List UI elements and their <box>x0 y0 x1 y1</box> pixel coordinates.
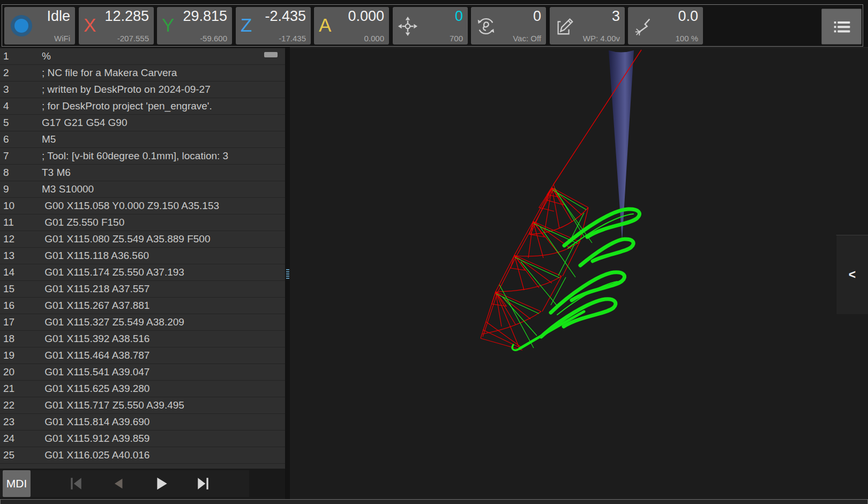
gcode-line-text: G01 X115.912 A39.859 <box>42 433 149 444</box>
connection-type: WiFi <box>54 34 70 43</box>
gcode-scrollbar-thumb[interactable] <box>264 52 278 57</box>
gcode-line-number: 10 <box>0 200 42 212</box>
playback-controls-bar: MDI <box>0 470 249 497</box>
play-button[interactable] <box>154 476 169 491</box>
gcode-line-text: G01 X115.392 A38.516 <box>42 333 149 345</box>
axis-value-a: 0.000 <box>348 7 384 25</box>
gcode-line[interactable]: 24 G01 X115.912 A39.859 <box>0 431 285 447</box>
gcode-line-number: 9 <box>0 183 42 195</box>
gcode-line-text: M3 S10000 <box>42 183 94 195</box>
gcode-line-number: 6 <box>0 134 42 145</box>
gcode-line-text: G01 X115.218 A37.557 <box>42 283 149 295</box>
collapse-chevron-icon: < <box>849 269 856 281</box>
splitter-grip-icon <box>286 269 289 280</box>
gcode-line-text: ; for DeskProto project 'pen_engrave'. <box>42 100 212 112</box>
step-back-icon <box>111 476 126 491</box>
connection-status-cell[interactable]: Idle WiFi <box>4 7 75 45</box>
gcode-line-text: G01 X116.025 A40.016 <box>42 449 149 461</box>
gcode-line-number: 8 <box>0 167 42 179</box>
axis-value-y: 29.815 <box>183 7 227 25</box>
laser-power-percent: 100 % <box>675 34 698 43</box>
workpiece-probe-voltage: WP: 4.00v <box>583 34 620 43</box>
gcode-line-number: 14 <box>0 266 42 278</box>
axis-label-y: Y <box>162 16 174 34</box>
gcode-line[interactable]: 21 G01 X115.625 A39.280 <box>0 381 285 397</box>
skip-end-icon <box>196 476 211 491</box>
gcode-panel: 1%2; NC file for a Makera Carvera3; writ… <box>0 47 285 499</box>
mdi-button[interactable]: MDI <box>3 470 31 497</box>
axis-cell-x[interactable]: X 12.285 -207.555 <box>79 7 154 45</box>
gcode-line[interactable]: 6M5 <box>0 131 285 148</box>
gcode-line[interactable]: 23 G01 X115.814 A39.690 <box>0 414 285 431</box>
machine-state: Idle <box>47 7 70 25</box>
gcode-line-number: 11 <box>0 217 42 228</box>
axis-cell-a[interactable]: A 0.000 0.000 <box>314 7 389 45</box>
step-back-button[interactable] <box>111 476 126 491</box>
gcode-line[interactable]: 7; Tool: [v-bit 60degree 0.1mm], locatio… <box>0 148 285 165</box>
skip-to-end-button[interactable] <box>196 476 211 491</box>
gcode-line-text: G01 X115.717 Z5.550 A39.495 <box>42 399 184 411</box>
gcode-line[interactable]: 25 G01 X116.025 A40.016 <box>0 447 285 464</box>
gcode-line[interactable]: 20 G01 X115.541 A39.047 <box>0 364 285 381</box>
gcode-line[interactable]: 17 G01 X115.327 Z5.549 A38.209 <box>0 314 285 331</box>
gcode-line[interactable]: 11 G01 Z5.550 F150 <box>0 214 285 231</box>
feedrate-cell[interactable]: 0 700 <box>393 7 468 45</box>
mdi-input-strip[interactable] <box>0 499 868 504</box>
tool-edit-icon <box>555 16 575 36</box>
gcode-line-text: G01 X115.814 A39.690 <box>42 416 149 428</box>
gcode-line-number: 22 <box>0 399 42 411</box>
play-icon <box>154 476 169 491</box>
axis-value-x: 12.285 <box>104 7 149 25</box>
toolpath-3d-viewport[interactable]: < <box>290 47 868 499</box>
panel-splitter[interactable] <box>285 47 290 499</box>
gcode-line[interactable]: 16 G01 X115.267 A37.881 <box>0 298 285 314</box>
gcode-line-number: 13 <box>0 250 42 262</box>
gcode-partial-row <box>0 464 285 469</box>
side-panel-toggle[interactable]: < <box>836 235 868 314</box>
gcode-line[interactable]: 15 G01 X115.218 A37.557 <box>0 281 285 298</box>
gcode-line[interactable]: 2; NC file for a Makera Carvera <box>0 65 285 81</box>
feedrate-setting: 700 <box>450 34 463 43</box>
gcode-line[interactable]: 5G17 G21 G54 G90 <box>0 115 285 131</box>
skip-to-start-button[interactable] <box>69 476 84 491</box>
spindle-value: 0 <box>533 7 541 25</box>
laser-value: 0.0 <box>678 7 698 25</box>
gcode-line[interactable]: 4; for DeskProto project 'pen_engrave'. <box>0 98 285 115</box>
gcode-line[interactable]: 3; written by DeskProto on 2024-09-27 <box>0 81 285 98</box>
gcode-line-number: 25 <box>0 449 42 461</box>
gcode-line[interactable]: 1% <box>0 48 285 65</box>
gcode-line[interactable]: 9M3 S10000 <box>0 181 285 198</box>
gcode-list: 1%2; NC file for a Makera Carvera3; writ… <box>0 48 285 464</box>
laser-cell[interactable]: 0.0 100 % <box>628 7 703 45</box>
tool-cell[interactable]: 3 WP: 4.00v <box>550 7 625 45</box>
gcode-line-number: 1 <box>0 50 42 62</box>
axis-cell-y[interactable]: Y 29.815 -59.600 <box>157 7 232 45</box>
gcode-line[interactable]: 22 G01 X115.717 Z5.550 A39.495 <box>0 397 285 414</box>
connection-indicator-icon <box>11 15 32 36</box>
axis-value-z: -2.435 <box>265 7 306 25</box>
feedrate-value: 0 <box>455 7 463 25</box>
gcode-line-text: G01 X115.174 Z5.550 A37.193 <box>42 266 184 278</box>
gcode-line-number: 2 <box>0 67 42 79</box>
axis-machine-value-x: -207.555 <box>117 34 149 43</box>
gcode-line-text: % <box>42 50 51 62</box>
tool-number: 3 <box>612 7 620 25</box>
axis-cell-z[interactable]: Z -2.435 -17.435 <box>236 7 311 45</box>
gcode-line-number: 18 <box>0 333 42 345</box>
gcode-line-number: 4 <box>0 100 42 112</box>
gcode-line[interactable]: 12 G01 X115.080 Z5.549 A35.889 F500 <box>0 231 285 248</box>
gcode-line-number: 21 <box>0 383 42 395</box>
gcode-line[interactable]: 19 G01 X115.464 A38.787 <box>0 347 285 364</box>
gcode-line[interactable]: 13 G01 X115.118 A36.560 <box>0 248 285 264</box>
gcode-line[interactable]: 14 G01 X115.174 Z5.550 A37.193 <box>0 264 285 281</box>
gcode-line-text: G17 G21 G54 G90 <box>42 117 128 129</box>
gcode-line[interactable]: 8T3 M6 <box>0 165 285 181</box>
axis-label-a: A <box>319 16 331 34</box>
gcode-line-text: ; Tool: [v-bit 60degree 0.1mm], location… <box>42 150 228 162</box>
gcode-line-number: 23 <box>0 416 42 428</box>
gcode-line[interactable]: 10 G00 X115.058 Y0.000 Z9.150 A35.153 <box>0 198 285 214</box>
spindle-cell[interactable]: 0 Vac: Off <box>471 7 546 45</box>
menu-button[interactable] <box>821 9 862 45</box>
gcode-line[interactable]: 18 G01 X115.392 A38.516 <box>0 331 285 347</box>
gcode-line-text: ; written by DeskProto on 2024-09-27 <box>42 84 211 95</box>
